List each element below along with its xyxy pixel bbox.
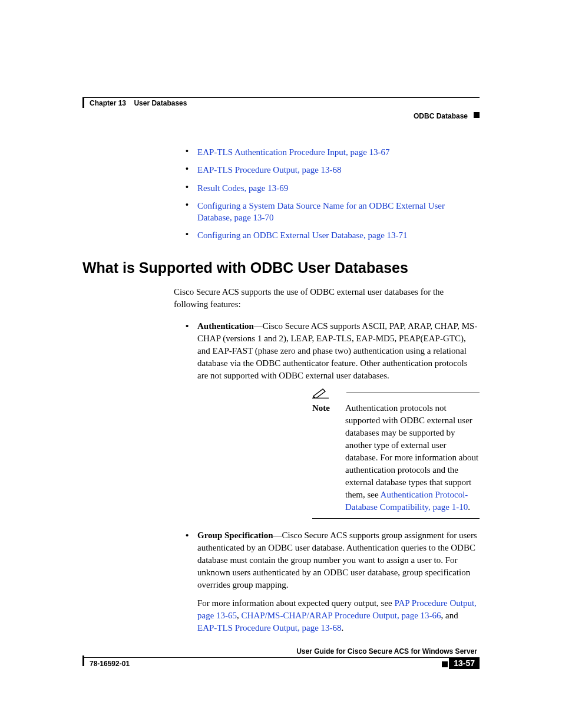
note-rule-bottom bbox=[312, 518, 480, 519]
footer-left-marker bbox=[82, 655, 84, 666]
feature-label: Authentication bbox=[197, 321, 254, 331]
intro-paragraph: Cisco Secure ACS supports the use of ODB… bbox=[82, 286, 480, 311]
feature-list: Authentication—Cisco Secure ACS supports… bbox=[82, 320, 480, 634]
page-badge-square-icon bbox=[442, 661, 448, 667]
chapter-number: Chapter 13 bbox=[90, 99, 126, 107]
xref-link[interactable]: Configuring a System Data Source Name fo… bbox=[197, 201, 445, 222]
page-footer: User Guide for Cisco Secure ACS for Wind… bbox=[82, 647, 480, 669]
header-left-marker bbox=[82, 97, 84, 108]
xref-link[interactable]: Configuring an ODBC External User Databa… bbox=[197, 230, 408, 240]
page-number-badge: 13-57 bbox=[442, 657, 480, 669]
followup-paragraph: For more information about expected quer… bbox=[197, 597, 480, 634]
header-rule bbox=[82, 97, 480, 98]
footer-doc-number: 78-16592-01 bbox=[82, 658, 130, 668]
note-label: Note bbox=[312, 402, 335, 513]
note-text: Authentication protocols not supported w… bbox=[345, 402, 480, 513]
xref-item: Configuring an ODBC External User Databa… bbox=[186, 229, 480, 241]
note-rule-top bbox=[346, 393, 480, 393]
running-header-right: ODBC Database bbox=[414, 112, 468, 120]
running-header-left: Chapter 13 User Databases bbox=[90, 99, 187, 107]
xref-link[interactable]: EAP-TLS Authentication Procedure Input, … bbox=[197, 147, 390, 157]
feature-item-authentication: Authentication—Cisco Secure ACS supports… bbox=[186, 320, 480, 519]
xref-list: EAP-TLS Authentication Procedure Input, … bbox=[82, 146, 480, 242]
page-content: EAP-TLS Authentication Procedure Input, … bbox=[82, 146, 480, 643]
note-block: Note Authentication protocols not suppor… bbox=[312, 388, 480, 519]
xref-link[interactable]: CHAP/MS-CHAP/ARAP Procedure Output, page… bbox=[242, 611, 441, 620]
xref-link[interactable]: Result Codes, page 13-69 bbox=[197, 183, 288, 193]
feature-label: Group Specification bbox=[197, 531, 273, 540]
xref-link[interactable]: EAP-TLS Procedure Output, page 13-68 bbox=[197, 623, 342, 633]
header-right-marker bbox=[474, 112, 480, 118]
pencil-note-icon bbox=[312, 388, 329, 398]
section-heading: What is Supported with ODBC User Databas… bbox=[82, 259, 480, 276]
xref-item: Configuring a System Data Source Name fo… bbox=[186, 200, 480, 224]
chapter-title: User Databases bbox=[134, 99, 187, 107]
feature-item-group-spec: Group Specification—Cisco Secure ACS sup… bbox=[186, 529, 480, 634]
xref-item: EAP-TLS Procedure Output, page 13-68 bbox=[186, 164, 480, 176]
xref-link[interactable]: EAP-TLS Procedure Output, page 13-68 bbox=[197, 165, 342, 174]
xref-item: EAP-TLS Authentication Procedure Input, … bbox=[186, 146, 480, 158]
footer-title: User Guide for Cisco Secure ACS for Wind… bbox=[82, 647, 480, 658]
xref-item: Result Codes, page 13-69 bbox=[186, 182, 480, 194]
page-number: 13-57 bbox=[449, 657, 480, 669]
